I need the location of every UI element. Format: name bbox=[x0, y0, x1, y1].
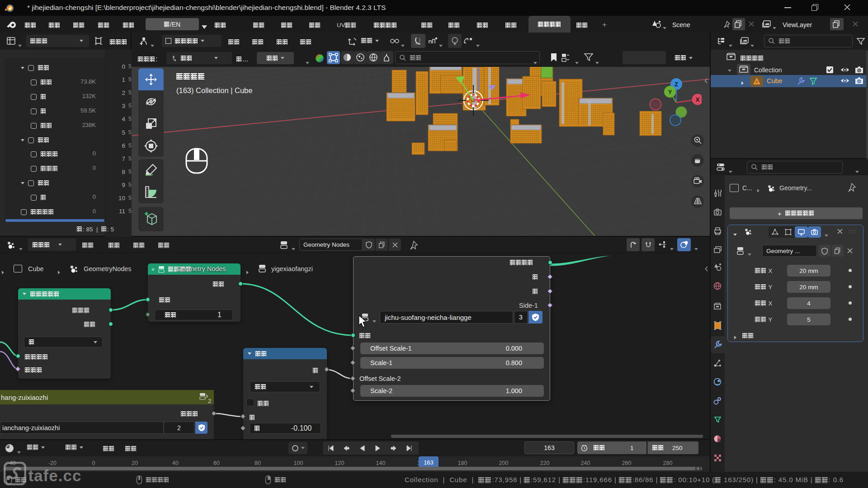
svg-text:Y: Y bbox=[668, 89, 672, 95]
svg-text:X: X bbox=[696, 96, 700, 103]
svg-text:Z: Z bbox=[675, 81, 678, 88]
